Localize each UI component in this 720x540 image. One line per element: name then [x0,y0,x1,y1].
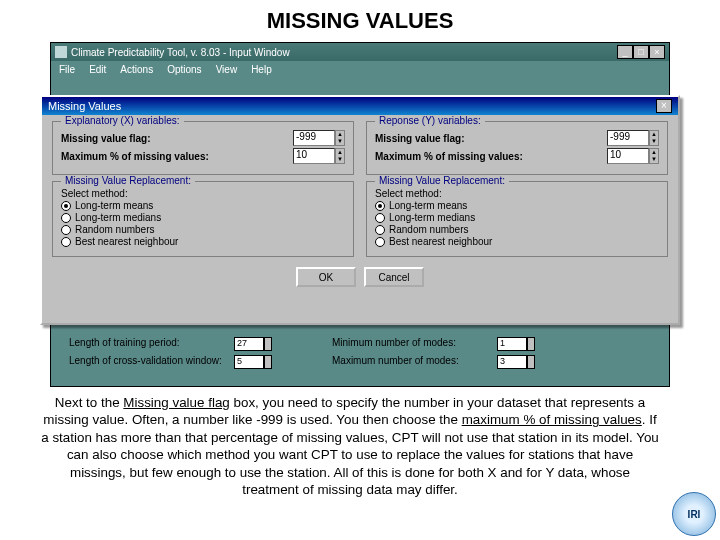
x-method-neighbour-label: Best nearest neighbour [75,236,178,247]
x-variables-fieldset: Explanatory (X) variables: Missing value… [52,121,354,175]
x-column: Explanatory (X) variables: Missing value… [52,121,354,263]
min-modes-input[interactable]: 1 [497,337,527,351]
y-max-input[interactable]: 10 [607,148,649,164]
menu-edit[interactable]: Edit [89,64,106,75]
dialog-titlebar: Missing Values × [42,97,678,115]
min-modes-spinner[interactable] [527,337,535,351]
y-method-means[interactable]: Long-term means [375,200,659,211]
menu-view[interactable]: View [216,64,238,75]
max-modes-input[interactable]: 3 [497,355,527,369]
minimize-button[interactable]: _ [617,45,633,59]
y-method-means-label: Long-term means [389,200,467,211]
cv-len-spinner[interactable] [264,355,272,369]
radio-icon [61,237,71,247]
x-max-label: Maximum % of missing values: [61,151,293,162]
caption-underline-flag: Missing value flag [123,395,229,410]
x-method-means[interactable]: Long-term means [61,200,345,211]
y-legend: Reponse (Y) variables: [375,115,485,126]
y-flag-input[interactable]: -999 [607,130,649,146]
slide-title: MISSING VALUES [0,0,720,38]
cv-len-label: Length of cross-validation window: [69,355,234,369]
y-flag-spinner[interactable]: ▲▼ [649,130,659,146]
x-method-medians[interactable]: Long-term medians [61,212,345,223]
menubar: File Edit Actions Options View Help [51,61,669,78]
ok-button[interactable]: OK [296,267,356,287]
radio-icon [61,201,71,211]
x-flag-spinner[interactable]: ▲▼ [335,130,345,146]
close-button[interactable]: × [649,45,665,59]
cv-len-input[interactable]: 5 [234,355,264,369]
train-len-label: Length of training period: [69,337,234,351]
menu-actions[interactable]: Actions [120,64,153,75]
missing-values-dialog: Missing Values × Explanatory (X) variabl… [40,95,680,325]
y-method-random[interactable]: Random numbers [375,224,659,235]
caption-text: Next to the [55,395,123,410]
x-replacement-fieldset: Missing Value Replacement: Select method… [52,181,354,257]
y-max-label: Maximum % of missing values: [375,151,607,162]
dialog-title: Missing Values [48,100,121,112]
y-max-spinner[interactable]: ▲▼ [649,148,659,164]
y-method-random-label: Random numbers [389,224,468,235]
radio-icon [61,213,71,223]
app-icon [55,46,67,58]
menu-file[interactable]: File [59,64,75,75]
radio-icon [61,225,71,235]
menu-help[interactable]: Help [251,64,272,75]
iri-logo: IRI [672,492,716,536]
x-repl-legend: Missing Value Replacement: [61,175,195,186]
y-column: Reponse (Y) variables: Missing value fla… [366,121,668,263]
min-modes-label: Minimum number of modes: [332,337,497,351]
x-method-random[interactable]: Random numbers [61,224,345,235]
x-flag-input[interactable]: -999 [293,130,335,146]
radio-icon [375,213,385,223]
radio-icon [375,237,385,247]
train-len-input[interactable]: 27 [234,337,264,351]
app-title: Climate Predictability Tool, v. 8.03 - I… [71,47,290,58]
cancel-button[interactable]: Cancel [364,267,424,287]
max-modes-spinner[interactable] [527,355,535,369]
x-method-random-label: Random numbers [75,224,154,235]
y-replacement-fieldset: Missing Value Replacement: Select method… [366,181,668,257]
train-len-spinner[interactable] [264,337,272,351]
y-select-label: Select method: [375,188,659,199]
y-flag-label: Missing value flag: [375,133,607,144]
slide-caption: Next to the Missing value flag box, you … [40,394,660,499]
radio-icon [375,225,385,235]
x-flag-label: Missing value flag: [61,133,293,144]
y-method-neighbour[interactable]: Best nearest neighbour [375,236,659,247]
y-variables-fieldset: Reponse (Y) variables: Missing value fla… [366,121,668,175]
max-modes-label: Maximum number of modes: [332,355,497,369]
radio-icon [375,201,385,211]
y-method-medians-label: Long-term medians [389,212,475,223]
maximize-button[interactable]: □ [633,45,649,59]
y-repl-legend: Missing Value Replacement: [375,175,509,186]
bg-form: Length of training period: 27 Minimum nu… [69,335,651,371]
menu-options[interactable]: Options [167,64,201,75]
x-method-neighbour[interactable]: Best nearest neighbour [61,236,345,247]
x-method-means-label: Long-term means [75,200,153,211]
y-method-medians[interactable]: Long-term medians [375,212,659,223]
caption-underline-max: maximum % of missing values [462,412,642,427]
x-max-spinner[interactable]: ▲▼ [335,148,345,164]
y-method-neighbour-label: Best nearest neighbour [389,236,492,247]
x-max-input[interactable]: 10 [293,148,335,164]
x-method-medians-label: Long-term medians [75,212,161,223]
x-select-label: Select method: [61,188,345,199]
dialog-close-button[interactable]: × [656,99,672,113]
app-titlebar: Climate Predictability Tool, v. 8.03 - I… [51,43,669,61]
x-legend: Explanatory (X) variables: [61,115,184,126]
